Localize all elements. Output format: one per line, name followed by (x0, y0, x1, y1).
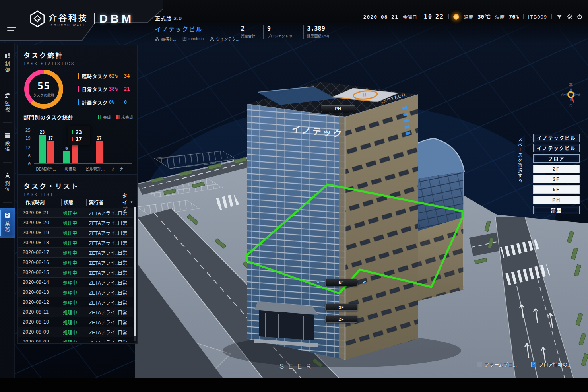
building-link-label: ウインテク... (216, 36, 239, 42)
stat-label: 資産合計 (241, 33, 255, 39)
space-button-PH[interactable]: PH (533, 196, 580, 204)
building-link[interactable]: ウインテク... (210, 36, 239, 42)
sidebar-nav: 制御監視設備測位業務 (0, 43, 15, 378)
control-icon (4, 52, 10, 58)
sidebar-item-設備[interactable]: 設備 (0, 128, 15, 157)
stat-label: 建築面積 (m²) (307, 33, 329, 39)
checked-checkbox-icon[interactable]: ✓ (531, 362, 536, 367)
fourth-wall-logo-icon (29, 10, 45, 27)
checkbox-アラームプロ...[interactable]: アラームプロ... (477, 361, 517, 368)
helipad-letter: H (363, 92, 367, 97)
building-stat: 9プロジェクトの... (263, 25, 295, 39)
sidebar-item-label: 監視 (5, 101, 10, 113)
task-list-scrollbar[interactable] (134, 207, 136, 341)
legend-item: 計画タスク 0%0 (78, 98, 136, 106)
brand-name-cn: 介谷科技 (49, 11, 88, 23)
dept-chart-title: 部門別のタスク統計 (23, 113, 98, 121)
table-row[interactable]: 2020-08-15処理中ZETAアライ...日常 (18, 268, 133, 278)
space-selector-buttons: イノテックビルイノテックビルフロア2F3F5FPH部屋 (533, 134, 580, 214)
sidebar-item-監視[interactable]: 監視 (0, 89, 15, 118)
floor-pill-2f[interactable]: 2F (325, 316, 357, 323)
legend-complete: 完成 (98, 114, 111, 120)
building-name[interactable]: イノテックビル (155, 25, 239, 33)
space-button-3F[interactable]: 3F (533, 175, 580, 183)
stat-value: 3,389 (307, 25, 329, 32)
bar-category-label: オーナー (107, 166, 132, 172)
time-hours: 10 (424, 13, 433, 20)
bar-category-label: 設備部 (58, 166, 83, 172)
bottom-bar (0, 378, 588, 392)
building-link[interactable]: innotech (182, 36, 204, 42)
menu-icon[interactable] (7, 25, 18, 32)
panel-title: タスク・リスト (23, 181, 137, 191)
task-total-label: タスクの総数 (33, 93, 54, 98)
tasks-icon (5, 212, 10, 218)
space-button-フロア[interactable]: フロア (533, 154, 580, 163)
checkbox-label: アラームプロ... (485, 361, 517, 368)
humidity-value: 76% (509, 14, 519, 20)
floor-prev-arrow-icon[interactable]: » (316, 279, 319, 285)
table-row[interactable]: 2020-08-08処理中ZETAアライ...日常 (18, 337, 133, 342)
table-row[interactable]: 2020-08-10処理中ZETAアライ...日常 (18, 317, 133, 327)
floor-next-arrow-icon[interactable]: « (363, 279, 366, 285)
sidebar-item-業務[interactable]: 業務 (0, 208, 15, 238)
building-stats: 2資産合計9プロジェクトの...3,389建築面積 (m²) (237, 25, 329, 39)
task-statistics-panel: タスク統計 TASK STATISTICS 55 タスクの総数 臨時タスク 62… (17, 45, 138, 175)
column-executor[interactable]: 実行者 (86, 199, 120, 206)
table-row[interactable]: 2020-08-16処理中ZETAアライ...日常 (18, 258, 133, 268)
floor-pill-3f[interactable]: 3F (325, 304, 357, 311)
table-row[interactable]: 2020-08-11処理中ZETAアライ...日常 (18, 307, 133, 317)
power-icon[interactable] (577, 14, 582, 19)
space-button-イノテックビル[interactable]: イノテックビル (533, 144, 580, 152)
table-row[interactable]: 2020-08-21処理中ZETAアライ...日常 (18, 208, 133, 218)
checkbox-フロア情報の...[interactable]: ✓フロア情報の... (531, 361, 571, 368)
space-button-2F[interactable]: 2F (533, 165, 580, 173)
unchecked-checkbox-icon[interactable] (477, 362, 482, 367)
table-row[interactable]: 2020-08-14処理中ZETAアライ...日常 (18, 278, 133, 287)
compass[interactable]: 北 西 東 南 (560, 82, 582, 108)
sun-icon (453, 14, 459, 20)
scene-toggles: アラームプロ...✓フロア情報の... (477, 361, 571, 368)
sidebar-item-測位[interactable]: 測位 (0, 168, 15, 198)
space-button-5F[interactable]: 5F (533, 185, 580, 194)
space-button-部屋[interactable]: 部屋 (533, 206, 580, 214)
stat-label: プロジェクトの... (267, 33, 295, 39)
wifi-icon[interactable] (556, 14, 563, 19)
time-minutes: 22 (435, 13, 444, 20)
product-name: DBM (99, 12, 134, 25)
table-row[interactable]: 2020-08-12処理中ZETAアライ...日常 (18, 297, 133, 307)
task-list-panel: タスク・リスト TASK LIST 作成時刻 状態 実行者 タイプ▼ 2020-… (17, 175, 138, 344)
checkbox-label: フロア情報の... (539, 361, 571, 368)
task-table-body: 2020-08-21処理中ZETAアライ...日常2020-08-20処理中ZE… (18, 208, 133, 342)
bar-group[interactable] (107, 130, 132, 163)
table-row[interactable]: 2020-08-18処理中ZETAアライ...日常 (18, 238, 133, 248)
bar-group[interactable]: 2317 (34, 130, 58, 163)
floor-pill-ph[interactable]: PH (321, 105, 355, 112)
sidebar-item-制御[interactable]: 制御 (0, 49, 15, 78)
sidebar-item-label: 制御 (5, 61, 10, 73)
building-header: イノテックビル 事務を...innotechウインテク... (155, 25, 239, 42)
temperature-value: 30℃ (477, 14, 491, 20)
date-label: 2020-08-21 (363, 14, 398, 20)
positioning-icon (5, 172, 10, 178)
table-row[interactable]: 2020-08-17処理中ZETAアライ...日常 (18, 248, 133, 258)
column-created[interactable]: 作成時刻 (23, 199, 61, 206)
dept-bar-chart: 25191260 231792117 DBM運営...設備部ビル管理...オーナ… (21, 123, 134, 172)
equipment-icon (5, 132, 10, 138)
building-stat: 3,389建築面積 (m²) (303, 25, 329, 39)
table-row[interactable]: 2020-08-13処理中ZETAアライ...日常 (18, 287, 133, 297)
floor-pill-5f[interactable]: 5F (325, 279, 357, 286)
space-button-イノテックビル[interactable]: イノテックビル (533, 134, 580, 142)
building-links: 事務を...innotechウインテク... (155, 36, 239, 42)
stat-value: 2 (241, 25, 255, 32)
chart-tooltip: 23 17 (68, 126, 90, 145)
building-link-label: innotech (188, 37, 204, 41)
sort-arrow-icon[interactable]: ▼ (130, 200, 133, 204)
column-status[interactable]: 状態 (61, 199, 86, 206)
gear-icon[interactable] (567, 14, 572, 19)
device-id: ITB009 (528, 14, 547, 20)
table-row[interactable]: 2020-08-19処理中ZETAアライ...日常 (18, 228, 133, 238)
table-row[interactable]: 2020-08-09処理中ZETAアライ...日常 (18, 327, 133, 337)
company-icon (182, 37, 187, 41)
table-row[interactable]: 2020-08-20処理中ZETAアライ...日常 (18, 218, 133, 228)
